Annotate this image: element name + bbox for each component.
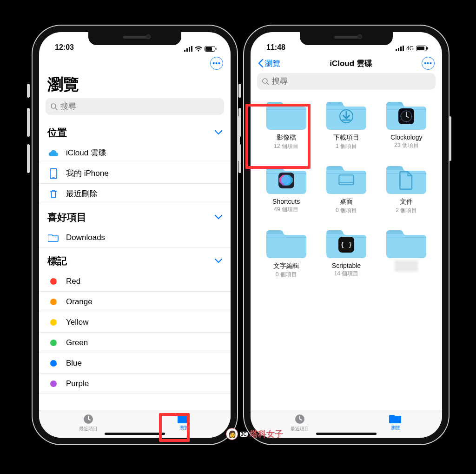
- chevron-down-icon: [215, 215, 222, 220]
- tag-blue[interactable]: Blue: [39, 353, 231, 374]
- row-label: 最近刪除: [66, 188, 222, 199]
- status-indicators: [184, 46, 217, 52]
- scriptable-icon: { }: [338, 237, 354, 253]
- tag-red[interactable]: Red: [39, 271, 231, 292]
- tag-green[interactable]: Green: [39, 333, 231, 353]
- folder-icon: { }: [326, 227, 366, 259]
- svg-rect-13: [398, 48, 399, 51]
- item-subtitle: 1 個項目: [336, 142, 357, 150]
- tag-purple[interactable]: Purple: [39, 374, 231, 394]
- row-label: Orange: [66, 297, 222, 307]
- phone-right: 11:48 4G 瀏覽 iCloud 雲碟 •••: [244, 26, 449, 444]
- item-subtitle: 49 個項目: [274, 206, 298, 214]
- back-button[interactable]: 瀏覽: [258, 58, 280, 69]
- chevron-left-icon: [258, 59, 264, 67]
- tab-label: 瀏覽: [179, 425, 189, 431]
- item-subtitle: 0 個項目: [336, 207, 357, 214]
- svg-rect-2: [189, 47, 190, 52]
- folder-icon: [386, 162, 426, 195]
- home-indicator[interactable]: [316, 433, 377, 435]
- tag-dot: [50, 319, 57, 326]
- tag-orange[interactable]: Orange: [39, 292, 231, 312]
- tab-browse[interactable]: 瀏覽: [389, 413, 402, 431]
- folder-icon: [178, 413, 191, 424]
- favorite-downloads[interactable]: Downloads: [39, 227, 231, 248]
- tab-label: 最近項目: [291, 426, 309, 432]
- doc-glyph-icon: [398, 173, 414, 188]
- folder-item[interactable]: Shortcuts 49 個項目: [257, 160, 315, 219]
- section-favorites[interactable]: 喜好項目: [39, 204, 231, 227]
- section-locations[interactable]: 位置: [39, 120, 231, 143]
- chevron-down-icon: [215, 259, 222, 263]
- search-input[interactable]: [272, 77, 431, 86]
- search-icon: [50, 103, 58, 110]
- tab-recent[interactable]: 最近項目: [291, 413, 309, 432]
- tag-dot: [50, 278, 57, 285]
- status-time: 11:48: [266, 43, 285, 52]
- svg-rect-0: [184, 50, 185, 52]
- iphone-icon: [47, 168, 60, 179]
- tag-dot: [50, 340, 57, 346]
- cloud-icon: [47, 149, 60, 157]
- item-name: Clockology: [390, 134, 422, 141]
- folder-item[interactable]: [377, 225, 436, 283]
- blurred-label: [395, 260, 418, 272]
- row-label: Downloads: [66, 233, 222, 242]
- folder-item[interactable]: 桌面 0 個項目: [317, 160, 375, 219]
- home-indicator[interactable]: [105, 433, 165, 435]
- folder-icon: [266, 98, 306, 131]
- search-icon: [262, 78, 269, 85]
- browse-content[interactable]: 位置 iCloud 雲碟 我的 iPhone 最近刪除 喜好項目: [39, 120, 231, 410]
- item-subtitle: 0 個項目: [276, 271, 297, 279]
- shortcuts-icon: [278, 173, 294, 188]
- tab-label: 瀏覽: [391, 425, 400, 431]
- item-name: 文字編輯: [273, 262, 299, 270]
- svg-rect-9: [50, 168, 57, 179]
- svg-rect-5: [205, 47, 212, 51]
- search-input[interactable]: [60, 102, 219, 111]
- tag-yellow[interactable]: Yellow: [39, 312, 231, 333]
- tab-recent[interactable]: 最近項目: [79, 413, 98, 432]
- more-button[interactable]: •••: [210, 57, 223, 70]
- location-recently-deleted[interactable]: 最近刪除: [39, 184, 231, 204]
- location-icloud[interactable]: iCloud 雲碟: [39, 143, 231, 163]
- icloud-grid[interactable]: 影像檔 12 個項目 下載項目 1 個項目 Clockology 23 個項目 …: [251, 94, 442, 410]
- tag-dot: [50, 381, 57, 387]
- row-label: Yellow: [66, 318, 222, 327]
- screen-right: 11:48 4G 瀏覽 iCloud 雲碟 •••: [251, 32, 442, 438]
- svg-line-8: [55, 108, 57, 110]
- phone-left: 12:03 ••• 瀏覽 位置: [33, 26, 237, 444]
- item-subtitle: 23 個項目: [394, 141, 419, 149]
- wifi-icon: [195, 46, 202, 52]
- item-name: 影像檔: [277, 134, 296, 142]
- folder-icon: [266, 162, 306, 195]
- folder-icon: [47, 234, 60, 242]
- section-tags[interactable]: 標記: [39, 248, 231, 271]
- item-name: Shortcuts: [272, 198, 300, 205]
- cellular-icon: [184, 46, 192, 52]
- download-icon: [339, 109, 353, 123]
- more-button[interactable]: •••: [422, 57, 435, 70]
- nav-row: •••: [39, 53, 231, 73]
- search-field[interactable]: [46, 98, 224, 115]
- row-label: iCloud 雲碟: [66, 147, 222, 158]
- search-field[interactable]: [257, 73, 436, 90]
- item-name: 文件: [400, 198, 413, 206]
- svg-rect-12: [396, 49, 397, 51]
- item-subtitle: 14 個項目: [334, 270, 359, 278]
- tag-dot: [50, 299, 57, 305]
- folder-item[interactable]: 文字編輯 0 個項目: [257, 225, 315, 283]
- svg-rect-14: [400, 47, 402, 51]
- tag-dot: [50, 360, 57, 367]
- status-indicators: 4G: [396, 45, 428, 52]
- tab-browse[interactable]: 瀏覽: [178, 413, 191, 431]
- folder-item[interactable]: 影像檔 12 個項目: [257, 96, 315, 155]
- folder-item[interactable]: { } Scriptable 14 個項目: [317, 225, 375, 283]
- svg-rect-1: [186, 48, 188, 52]
- folder-icon: [326, 98, 366, 131]
- folder-item[interactable]: Clockology 23 個項目: [377, 96, 436, 155]
- nav-row: 瀏覽 iCloud 雲碟 •••: [251, 53, 442, 73]
- location-iphone[interactable]: 我的 iPhone: [39, 163, 231, 184]
- folder-item[interactable]: 文件 2 個項目: [377, 160, 436, 219]
- folder-item[interactable]: 下載項目 1 個項目: [317, 96, 375, 155]
